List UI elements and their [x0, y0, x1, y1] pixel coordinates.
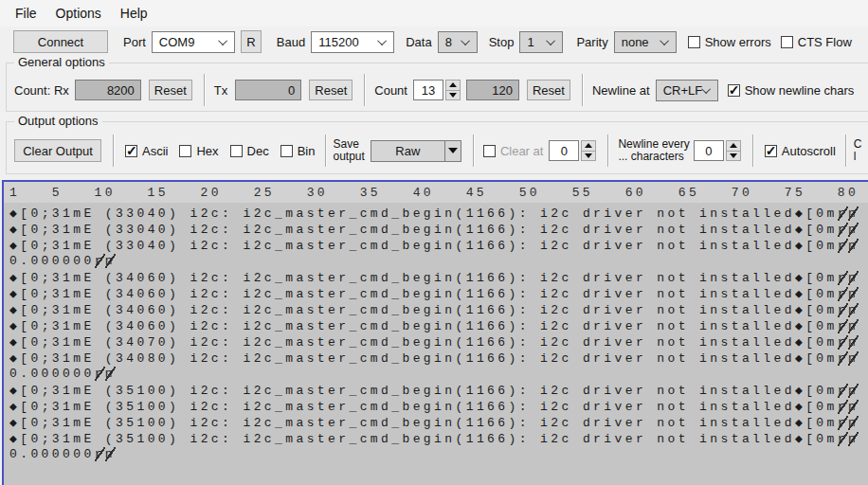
- separator: [325, 135, 326, 167]
- spin-up-button[interactable]: [726, 140, 741, 152]
- general-options-title: General options: [14, 55, 109, 69]
- spin-up-button[interactable]: [581, 140, 596, 152]
- connect-button[interactable]: Connect: [13, 30, 108, 53]
- separator: [473, 135, 474, 167]
- rx-count-field[interactable]: 8200: [75, 80, 141, 100]
- autoscroll-checkbox[interactable]: [765, 145, 777, 157]
- hex-checkbox[interactable]: [179, 145, 191, 157]
- clipped-label-line2: l: [854, 151, 865, 163]
- terminal-line: 0.000000rn: [9, 254, 868, 270]
- newline-at-label: Newline at: [592, 83, 650, 98]
- clear-at-spinner[interactable]: [581, 140, 596, 161]
- port-select[interactable]: COM9: [152, 31, 235, 53]
- hex-label: Hex: [196, 144, 218, 158]
- tx-label: Tx: [214, 83, 227, 98]
- save-mode-value-box[interactable]: Raw: [371, 140, 444, 162]
- chevron-down-icon: [218, 36, 227, 45]
- terminal-line: ◆[0;31mE (35100) i2c: i2c_master_cmd_beg…: [9, 399, 868, 415]
- rescan-ports-button[interactable]: R: [241, 30, 262, 53]
- terminal-line: ◆[0;31mE (33040) i2c: i2c_master_cmd_beg…: [9, 222, 868, 238]
- rx-reset-button[interactable]: Reset: [149, 80, 192, 100]
- output-options-group: Output options Clear Output Ascii Hex De…: [6, 121, 868, 174]
- terminal-lines: ◆[0;31mE (33040) i2c: i2c_master_cmd_beg…: [4, 203, 868, 463]
- terminal-line: ◆[0;31mE (35100) i2c: i2c_master_cmd_beg…: [9, 431, 868, 447]
- spin-down-button[interactable]: [445, 91, 461, 101]
- spin-down-button[interactable]: [581, 152, 596, 162]
- newline-every-input[interactable]: 0: [694, 140, 724, 161]
- serial-output-terminal[interactable]: 1 5 10 15 20 25 30 35 40 45 50 55 60 65 …: [2, 180, 868, 485]
- spin-down-button[interactable]: [726, 152, 741, 162]
- spin-up-button[interactable]: [445, 80, 461, 91]
- parity-select[interactable]: none: [614, 31, 677, 53]
- bin-checkbox[interactable]: [280, 145, 293, 157]
- baud-label: Baud: [277, 35, 305, 49]
- count-spinner[interactable]: [445, 80, 461, 100]
- separator: [752, 135, 753, 167]
- newline-char-glyph: n: [848, 223, 859, 237]
- chevron-down-icon: [547, 36, 556, 45]
- newline-char-glyph: n: [848, 335, 859, 350]
- newline-at-value: CR+LF: [663, 83, 703, 98]
- menu-file[interactable]: File: [6, 2, 46, 25]
- menu-help[interactable]: Help: [111, 2, 157, 25]
- newline-at-select[interactable]: CR+LF: [656, 80, 718, 101]
- separator: [364, 74, 365, 106]
- newline-char-glyph: r: [95, 447, 105, 461]
- newline-char-glyph: n: [848, 239, 859, 253]
- newline-char-glyph: n: [848, 303, 859, 317]
- count-reset-button[interactable]: Reset: [527, 80, 570, 100]
- clipped-right-label: C l: [854, 138, 865, 163]
- ascii-checkbox[interactable]: [125, 145, 137, 157]
- chevron-down-icon: [377, 36, 387, 45]
- dec-checkbox[interactable]: [230, 145, 243, 157]
- separator: [607, 135, 608, 167]
- baud-select[interactable]: 115200: [311, 31, 394, 53]
- cts-flow-label: CTS Flow: [798, 35, 852, 49]
- newline-char-glyph: n: [848, 416, 859, 430]
- data-bits-select[interactable]: 8: [438, 31, 478, 53]
- chevron-down-icon: [461, 36, 470, 45]
- clear-at-label: Clear at: [500, 144, 544, 158]
- newline-char-glyph: n: [848, 400, 859, 414]
- menu-options[interactable]: Options: [46, 2, 111, 25]
- newline-char-glyph: n: [105, 254, 116, 268]
- newline-char-glyph: r: [838, 335, 848, 350]
- count-label: Count: [374, 83, 407, 98]
- newline-every-spinner[interactable]: [726, 140, 741, 161]
- autoscroll-label: Autoscroll: [782, 144, 836, 158]
- newline-char-glyph: r: [95, 367, 105, 381]
- newline-char-glyph: r: [838, 400, 848, 414]
- tx-count-field[interactable]: 0: [235, 80, 301, 100]
- newline-char-glyph: r: [95, 254, 105, 268]
- clear-at-input[interactable]: 0: [549, 140, 579, 161]
- clear-output-button[interactable]: Clear Output: [14, 139, 101, 162]
- count-input[interactable]: 13: [413, 80, 443, 100]
- newline-char-glyph: n: [848, 351, 859, 366]
- triangle-up-icon: [585, 143, 592, 148]
- ascii-label: Ascii: [142, 144, 168, 158]
- tx-reset-button[interactable]: Reset: [309, 80, 353, 100]
- data-bits-value: 8: [445, 35, 452, 49]
- count-limit-field[interactable]: 120: [466, 80, 519, 100]
- show-newline-chars-checkbox[interactable]: [728, 84, 740, 97]
- stop-bits-label: Stop: [489, 35, 515, 49]
- save-mode-dropdown-button[interactable]: [444, 140, 461, 162]
- show-errors-label: Show errors: [705, 35, 771, 49]
- save-mode-select[interactable]: Raw: [371, 140, 461, 162]
- column-ruler: 1 5 10 15 20 25 30 35 40 45 50 55 60 65 …: [4, 182, 868, 203]
- data-bits-label: Data: [406, 35, 431, 49]
- newline-char-glyph: n: [105, 447, 116, 461]
- separator: [845, 135, 846, 167]
- triangle-up-icon: [449, 82, 457, 87]
- newline-char-glyph: n: [848, 271, 859, 285]
- terminal-line: 0.000000rn: [9, 447, 868, 463]
- baud-value: 115200: [318, 35, 358, 49]
- show-errors-checkbox[interactable]: [688, 36, 700, 48]
- stop-bits-select[interactable]: 1: [519, 31, 563, 53]
- port-value: COM9: [159, 35, 195, 49]
- terminal-line: ◆[0;31mE (34060) i2c: i2c_master_cmd_beg…: [9, 270, 868, 286]
- clear-at-checkbox[interactable]: [483, 145, 496, 157]
- terminal-line: ◆[0;31mE (34070) i2c: i2c_master_cmd_beg…: [9, 334, 868, 350]
- triangle-up-icon: [730, 143, 737, 148]
- cts-flow-checkbox[interactable]: [781, 36, 793, 48]
